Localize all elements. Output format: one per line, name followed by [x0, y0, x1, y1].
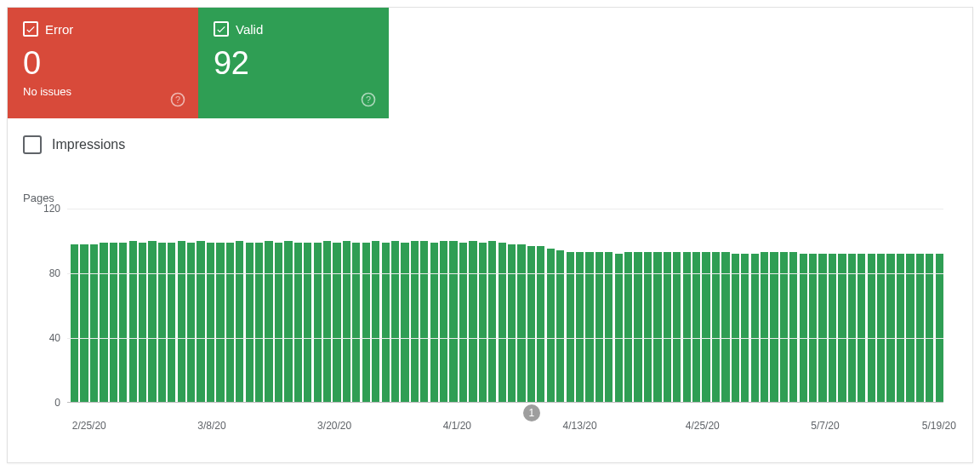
error-tile[interactable]: Error 0 No issues ?	[8, 8, 198, 118]
bar[interactable]	[207, 243, 214, 402]
bar[interactable]	[732, 254, 739, 402]
bar[interactable]	[653, 252, 661, 402]
bar[interactable]	[858, 254, 865, 402]
bar[interactable]	[499, 243, 506, 402]
bar[interactable]	[255, 243, 263, 402]
bar[interactable]	[829, 254, 836, 402]
bar[interactable]	[216, 243, 224, 402]
bar[interactable]	[780, 252, 788, 402]
bar[interactable]	[789, 252, 797, 402]
bar[interactable]	[712, 252, 720, 402]
bar[interactable]	[634, 252, 641, 402]
bar[interactable]	[605, 252, 612, 402]
bar[interactable]	[343, 241, 350, 402]
bar[interactable]	[741, 254, 749, 402]
bar[interactable]	[838, 254, 846, 402]
bar[interactable]	[926, 254, 933, 402]
bar[interactable]	[440, 241, 447, 402]
y-tick: 40	[23, 332, 60, 344]
bar[interactable]	[906, 254, 914, 402]
x-tick: 5/7/20	[811, 420, 839, 432]
bar[interactable]	[751, 254, 759, 402]
bar[interactable]	[158, 243, 166, 402]
bar[interactable]	[916, 254, 924, 402]
coverage-card: Error 0 No issues ? Valid 92 ? Impressio…	[7, 7, 973, 463]
bar[interactable]	[226, 243, 234, 402]
x-tick: 3/20/20	[317, 420, 351, 432]
help-icon[interactable]: ?	[360, 91, 377, 108]
bar[interactable]	[664, 252, 671, 402]
bar[interactable]	[401, 243, 408, 402]
bar[interactable]	[178, 241, 185, 402]
bar[interactable]	[139, 243, 146, 402]
bar[interactable]	[868, 254, 875, 402]
bar[interactable]	[615, 254, 623, 402]
valid-tile[interactable]: Valid 92 ?	[198, 8, 389, 118]
bar[interactable]	[809, 254, 817, 402]
bar[interactable]	[197, 241, 204, 402]
bar[interactable]	[576, 252, 584, 402]
bar[interactable]	[314, 243, 322, 402]
bar[interactable]	[265, 241, 272, 402]
bar[interactable]	[936, 254, 943, 402]
bar[interactable]	[148, 241, 156, 402]
bar[interactable]	[382, 243, 390, 402]
impressions-checkbox[interactable]	[23, 135, 42, 154]
bar[interactable]	[508, 244, 516, 402]
bar[interactable]	[119, 243, 127, 402]
bar[interactable]	[352, 243, 360, 402]
bar[interactable]	[430, 243, 438, 402]
bar[interactable]	[877, 254, 885, 402]
bar[interactable]	[459, 243, 467, 402]
bar[interactable]	[624, 252, 632, 402]
bar[interactable]	[585, 252, 593, 402]
bar[interactable]	[129, 241, 137, 402]
bar[interactable]	[547, 249, 555, 402]
bar[interactable]	[673, 252, 681, 402]
bar[interactable]	[323, 241, 331, 402]
bar[interactable]	[800, 254, 807, 402]
bar[interactable]	[848, 254, 856, 402]
bar[interactable]	[372, 241, 379, 402]
bar[interactable]	[488, 241, 496, 402]
bar[interactable]	[71, 244, 78, 402]
bar[interactable]	[110, 243, 117, 402]
bar[interactable]	[187, 243, 195, 402]
bar[interactable]	[886, 254, 894, 402]
bar[interactable]	[246, 243, 254, 402]
bar[interactable]	[595, 252, 603, 402]
bar[interactable]	[362, 243, 370, 402]
bar[interactable]	[770, 252, 778, 402]
bar[interactable]	[333, 243, 340, 402]
impressions-row: Impressions	[8, 118, 972, 154]
bar[interactable]	[469, 241, 476, 402]
bar[interactable]	[100, 243, 107, 402]
bar[interactable]	[567, 252, 574, 402]
event-marker[interactable]: 1	[523, 404, 540, 421]
bar[interactable]	[897, 254, 904, 402]
bar[interactable]	[411, 241, 419, 402]
bar[interactable]	[818, 254, 826, 402]
bar[interactable]	[449, 241, 457, 402]
bar[interactable]	[294, 243, 302, 402]
bar[interactable]	[537, 246, 544, 402]
bar[interactable]	[721, 252, 729, 402]
bar[interactable]	[644, 252, 652, 402]
bar[interactable]	[275, 243, 282, 402]
bar[interactable]	[90, 244, 98, 402]
bar[interactable]	[517, 244, 525, 402]
bar[interactable]	[168, 243, 175, 402]
bar[interactable]	[527, 246, 535, 402]
bar[interactable]	[391, 241, 399, 402]
bar[interactable]	[761, 252, 768, 402]
bar[interactable]	[692, 252, 700, 402]
bar[interactable]	[479, 243, 487, 402]
bar[interactable]	[284, 241, 292, 402]
bar[interactable]	[304, 243, 311, 402]
bar[interactable]	[80, 244, 88, 402]
help-icon[interactable]: ?	[169, 91, 186, 108]
bar[interactable]	[702, 252, 709, 402]
bar[interactable]	[420, 241, 428, 402]
bar[interactable]	[236, 241, 243, 402]
bar[interactable]	[683, 252, 691, 402]
